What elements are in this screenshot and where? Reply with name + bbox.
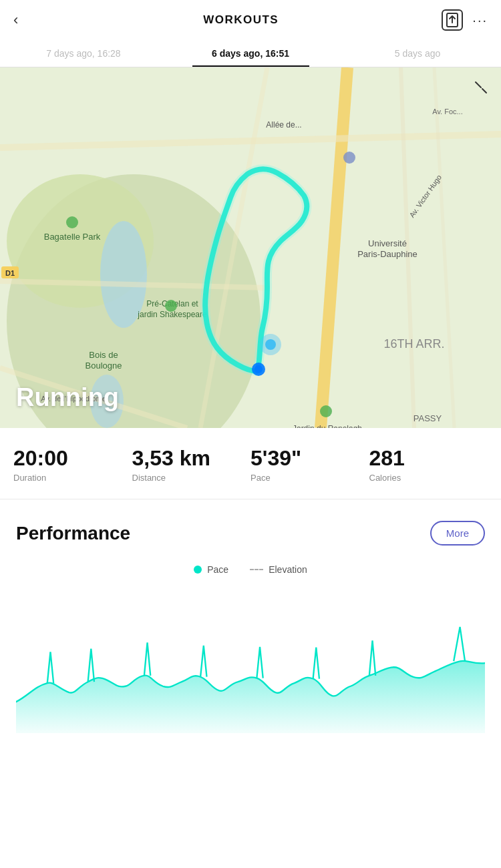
performance-header: Performance More <box>16 521 485 546</box>
svg-point-34 <box>343 152 355 164</box>
svg-point-33 <box>320 405 332 417</box>
more-button[interactable]: More <box>430 521 485 546</box>
stat-distance: 3,53 km Distance <box>132 447 251 483</box>
header-icons: ··· <box>442 9 488 31</box>
page-title: WORKOUTS <box>203 13 279 27</box>
svg-point-37 <box>255 365 263 373</box>
svg-line-41 <box>482 89 486 93</box>
svg-text:D1: D1 <box>5 269 15 277</box>
upload-icon <box>446 13 458 27</box>
map-svg: Bagatelle Park Pré-Catelan et jardin Sha… <box>0 67 501 428</box>
svg-text:Bois de: Bois de <box>89 350 118 360</box>
performance-title: Performance <box>16 523 130 544</box>
back-button[interactable]: ‹ <box>13 11 40 29</box>
svg-point-39 <box>265 339 276 350</box>
svg-text:Allée de...: Allée de... <box>266 120 301 130</box>
svg-text:Boulogne: Boulogne <box>86 361 122 371</box>
pace-legend-dot <box>194 566 202 574</box>
pace-legend-label: Pace <box>207 564 228 575</box>
pace-chart <box>16 591 485 738</box>
svg-text:Université: Université <box>368 238 407 248</box>
chart-svg <box>16 591 485 738</box>
performance-section: Performance More Pace Elevation <box>0 499 501 738</box>
legend-elevation: Elevation <box>250 564 307 575</box>
elevation-legend-label: Elevation <box>269 564 307 575</box>
svg-text:Bagatelle Park: Bagatelle Park <box>44 232 101 242</box>
stat-distance-value: 3,53 km <box>132 447 210 470</box>
svg-point-32 <box>165 300 177 312</box>
stat-duration: 20:00 Duration <box>13 447 132 483</box>
tab-5days[interactable]: 5 days ago <box>334 40 501 67</box>
elevation-legend-line <box>250 569 263 570</box>
stat-duration-value: 20:00 <box>13 447 68 470</box>
stat-calories-label: Calories <box>369 473 401 483</box>
stat-pace-label: Pace <box>251 473 271 483</box>
svg-text:Jardin du Ranelagh: Jardin du Ranelagh <box>293 424 362 428</box>
tab-bar: 7 days ago, 16:28 6 days ago, 16:51 5 da… <box>0 40 501 67</box>
tab-6days[interactable]: 6 days ago, 16:51 <box>167 40 334 67</box>
svg-text:16TH ARR.: 16TH ARR. <box>383 337 444 351</box>
upload-button[interactable] <box>442 9 463 31</box>
stat-calories: 281 Calories <box>369 447 488 483</box>
svg-text:PASSY: PASSY <box>413 413 442 423</box>
more-menu-button[interactable]: ··· <box>472 13 488 28</box>
map-container: Bagatelle Park Pré-Catelan et jardin Sha… <box>0 67 501 428</box>
stat-distance-label: Distance <box>132 473 166 483</box>
expand-icon[interactable] <box>472 78 490 100</box>
header: ‹ WORKOUTS ··· <box>0 0 501 40</box>
stat-calories-value: 281 <box>369 447 405 470</box>
tab-7days[interactable]: 7 days ago, 16:28 <box>0 40 167 67</box>
stat-duration-label: Duration <box>13 473 46 483</box>
chart-legend: Pace Elevation <box>16 564 485 575</box>
legend-pace: Pace <box>194 564 228 575</box>
stats-section: 20:00 Duration 3,53 km Distance 5'39" Pa… <box>0 428 501 499</box>
svg-point-31 <box>66 216 78 228</box>
activity-label: Running <box>16 383 119 412</box>
stat-pace-value: 5'39" <box>251 447 301 470</box>
svg-text:Av. Foc...: Av. Foc... <box>432 107 462 116</box>
svg-line-40 <box>476 82 481 87</box>
svg-text:Paris-Dauphine: Paris-Dauphine <box>357 249 418 259</box>
stat-pace: 5'39" Pace <box>251 447 369 483</box>
